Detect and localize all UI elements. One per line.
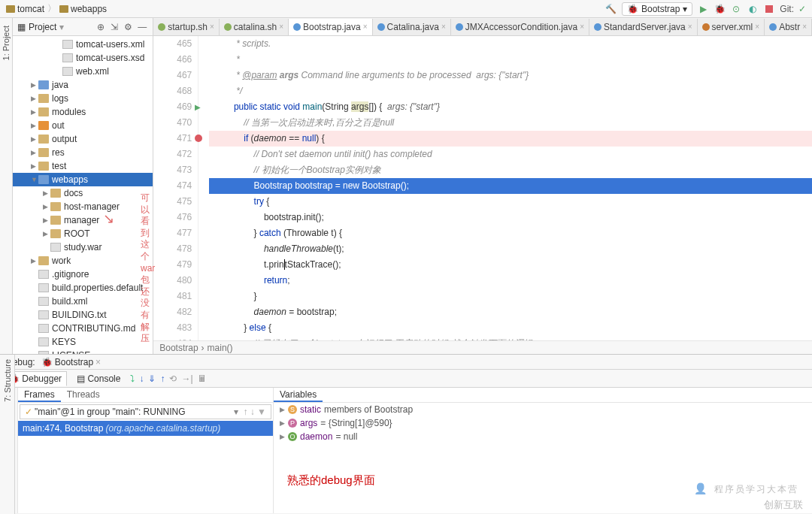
code-line[interactable]: return; — [209, 273, 812, 289]
tree-item[interactable]: ▼webapps — [13, 173, 153, 186]
profile-button[interactable]: ◐ — [747, 3, 759, 15]
editor-area: startup.sh×catalina.sh×Bootstrap.java×Ca… — [153, 18, 812, 354]
hammer-icon[interactable]: 🔨 — [605, 3, 617, 15]
console-icon: ▤ — [77, 373, 85, 384]
code-line[interactable]: Bootstrap bootstrap = new Bootstrap(); — [209, 178, 812, 194]
tree-item[interactable]: build.properties.default — [13, 281, 153, 295]
annotation-arrow: ↘ — [103, 210, 114, 227]
force-step-into-icon[interactable]: ⇓ — [148, 373, 156, 384]
frames-tab[interactable]: Frames — [18, 388, 61, 402]
tree-item[interactable]: .gitignore — [13, 268, 153, 281]
tree-item[interactable]: ▶manager — [13, 213, 153, 227]
code-line[interactable]: } — [209, 289, 812, 304]
project-panel: ▦ Project ▾ ⊕ ⇲ ⚙ — tomcat-users.xmltomc… — [13, 18, 153, 354]
tree-item[interactable]: ▶output — [13, 132, 153, 146]
tree-item[interactable]: ▶out — [13, 119, 153, 132]
drop-frame-icon[interactable]: ⟲ — [169, 373, 177, 384]
code-line[interactable]: * scripts. — [209, 36, 812, 52]
editor-tab[interactable]: server.xml× — [698, 19, 765, 35]
collapse-icon[interactable]: — — [138, 22, 148, 32]
editor-tabs[interactable]: startup.sh×catalina.sh×Bootstrap.java×Ca… — [153, 18, 812, 36]
editor-tab[interactable]: Abstr× — [765, 19, 812, 35]
tree-item[interactable]: LICENSE — [13, 349, 153, 354]
code-line[interactable]: * — [209, 52, 812, 68]
code-line[interactable]: try { — [209, 194, 812, 210]
line-gutter[interactable]: 465466467468469▶470471472473474475476477… — [153, 36, 198, 340]
code-editor[interactable]: 465466467468469▶470471472473474475476477… — [153, 36, 812, 340]
code-line[interactable]: } catch (Throwable t) { — [209, 225, 812, 241]
console-tab[interactable]: ▤ Console — [71, 371, 126, 386]
tree-item[interactable]: ▶test — [13, 159, 153, 173]
code-line[interactable]: */ — [209, 83, 812, 99]
expand-icon[interactable]: ⇲ — [111, 22, 121, 32]
tree-item[interactable]: ▶java — [13, 78, 153, 92]
stop-button[interactable] — [763, 3, 775, 15]
code-line[interactable]: if (daemon == null) { — [209, 131, 812, 147]
tree-item[interactable]: ▶modules — [13, 105, 153, 119]
coverage-button[interactable]: ⊙ — [730, 3, 742, 15]
debug-button[interactable]: 🐞 — [714, 3, 726, 15]
thread-selector[interactable]: ✓ "main"@1 in group "main": RUNNING ▾ ↑ … — [20, 404, 271, 419]
threads-tab[interactable]: Threads — [61, 388, 106, 402]
editor-tab[interactable]: Bootstrap.java× — [289, 19, 373, 35]
step-over-icon[interactable]: ⤵ — [130, 373, 135, 384]
variables-panel: Variables ▶Sstatic members of Bootstrap▶… — [274, 388, 812, 513]
tree-item[interactable]: ▶res — [13, 146, 153, 159]
step-out-icon[interactable]: ↑ — [160, 373, 165, 384]
tree-item[interactable]: study.war — [13, 240, 153, 254]
tree-item[interactable]: tomcat-users.xml — [13, 38, 153, 51]
panel-title[interactable]: ▦ Project ▾ — [17, 22, 64, 32]
variable-row[interactable]: ▶Sstatic members of Bootstrap — [274, 403, 812, 416]
tree-item[interactable]: web.xml — [13, 65, 153, 78]
editor-tab[interactable]: StandardServer.java× — [589, 19, 698, 35]
code-line[interactable]: // 初始化一个Bootstrap实例对象 — [209, 162, 812, 178]
code-line[interactable]: // Don't set daemon until init() has com… — [209, 147, 812, 162]
editor-tab[interactable]: catalina.sh× — [220, 19, 289, 35]
editor-tab[interactable]: JMXAccessorCondition.java× — [451, 19, 589, 35]
stack-frame-row[interactable]: main:474, Bootstrap (org.apache.catalina… — [18, 421, 273, 436]
run-button[interactable]: ▶ — [697, 3, 709, 15]
step-into-icon[interactable]: ↓ — [139, 373, 144, 384]
tree-item[interactable]: ▶logs — [13, 92, 153, 105]
code-line[interactable]: public static void main(String args[]) {… — [209, 99, 812, 115]
project-tree[interactable]: tomcat-users.xmltomcat-users.xsdweb.xml▶… — [13, 36, 153, 354]
code-line[interactable]: } else { — [209, 320, 812, 336]
variables-tab[interactable]: Variables — [274, 388, 323, 402]
target-icon[interactable]: ⊕ — [97, 22, 108, 32]
code-line[interactable]: * @param args Command line arguments to … — [209, 68, 812, 83]
git-branch-icon[interactable]: ✓ — [798, 4, 806, 14]
code-line[interactable]: bootstrap.init(); — [209, 210, 812, 225]
code-line[interactable]: handleThrowable(t); — [209, 241, 812, 257]
editor-tab[interactable]: startup.sh× — [153, 19, 220, 35]
tree-item[interactable]: build.xml — [13, 295, 153, 308]
structure-rail-tab[interactable]: 7: Structure — [2, 355, 14, 407]
project-icon: ▦ — [17, 22, 26, 32]
git-label[interactable]: Git: — [780, 4, 794, 14]
tree-item[interactable]: ▶docs — [13, 186, 153, 200]
code-breadcrumb[interactable]: Bootstrap › main() — [153, 340, 812, 354]
debug-config[interactable]: 🐞Bootstrap × — [41, 357, 101, 367]
bug-icon: 🐞 — [41, 357, 53, 367]
fold-column[interactable] — [198, 36, 209, 340]
breadcrumb[interactable]: tomcat 〉 webapps — [6, 2, 107, 15]
tree-item[interactable]: ▶ROOT — [13, 227, 153, 240]
chevron-down-icon: ▾ — [683, 4, 687, 14]
variable-row[interactable]: ▶Pargs = {String[1]@590} — [274, 416, 812, 430]
tree-item[interactable]: ▶work — [13, 254, 153, 268]
run-to-cursor-icon[interactable]: →| — [181, 373, 192, 384]
tree-item[interactable]: KEYS — [13, 335, 153, 349]
tree-item[interactable]: ▶host-manager — [13, 200, 153, 213]
evaluate-icon[interactable]: 🖩 — [198, 373, 207, 384]
tree-item[interactable]: CONTRIBUTING.md — [13, 322, 153, 335]
code-line[interactable]: daemon = bootstrap; — [209, 304, 812, 320]
gear-icon[interactable]: ⚙ — [124, 22, 135, 32]
tree-item[interactable]: BUILDING.txt — [13, 308, 153, 322]
editor-tab[interactable]: Catalina.java× — [373, 19, 451, 35]
code-line[interactable]: // 当第一次启动进来时,百分之百是null — [209, 115, 812, 131]
code-line[interactable]: t.printStackTrace(); — [209, 257, 812, 273]
run-config-selector[interactable]: 🐞 Bootstrap ▾ — [622, 2, 692, 16]
debug-annotation: 熟悉的debug界面 — [287, 473, 812, 488]
tree-item[interactable]: tomcat-users.xsd — [13, 51, 153, 65]
project-rail-tab[interactable]: 1: Project — [0, 21, 12, 65]
variable-row[interactable]: ▶Odaemon = null — [274, 430, 812, 443]
